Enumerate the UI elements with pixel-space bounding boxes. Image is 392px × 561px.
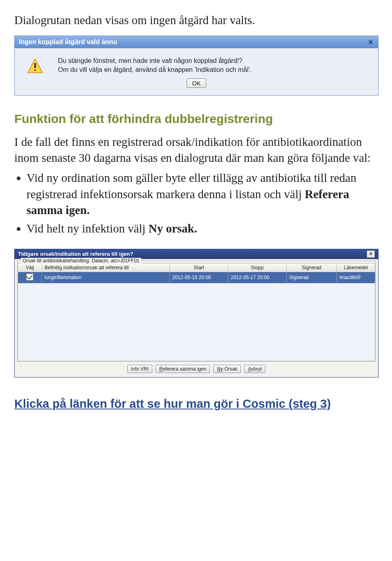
col-stopp[interactable]: Stopp xyxy=(228,263,287,272)
li2-strong: Ny orsak. xyxy=(149,222,197,235)
section-heading: Funktion för att förhindra dubbelregistr… xyxy=(14,112,378,126)
li2-text: Vid helt ny infektion välj xyxy=(27,222,149,235)
table-empty-area xyxy=(18,283,375,361)
option-list: Vid ny ordination som gäller byte eller … xyxy=(14,170,378,237)
col-sign[interactable]: Signerad xyxy=(287,263,337,272)
list-item: Vid ny ordination som gäller byte eller … xyxy=(27,170,378,218)
dialog-prev-indication: Tidigare orsak/indikation att referera t… xyxy=(14,249,379,362)
row-checkbox-cell[interactable] xyxy=(18,272,42,283)
table-row[interactable]: lunginflammation 2012-05-15 20:00 2012-0… xyxy=(18,272,375,283)
svg-rect-2 xyxy=(34,69,36,71)
close-icon[interactable]: ✕ xyxy=(367,250,375,258)
warning-icon xyxy=(27,58,43,74)
intro-text: Dialogrutan nedan visas om ingen åtgärd … xyxy=(14,12,378,28)
fieldset-orsak: Orsak till antibiotikabehandling: Dalaci… xyxy=(17,261,376,362)
close-icon[interactable]: ✕ xyxy=(367,38,374,46)
col-indik[interactable]: Befintlig indikation/orsak att referera … xyxy=(42,263,170,272)
dialog2-footer: Info VRI Referera samma igen Ny Orsak Av… xyxy=(14,362,379,378)
indication-table: Välj Befintlig indikation/orsak att refe… xyxy=(18,263,375,283)
checkbox-checked-icon[interactable] xyxy=(26,273,33,281)
col-valj[interactable]: Välj xyxy=(18,263,42,272)
row-start: 2012-05-15 20:00 xyxy=(170,272,228,283)
svg-rect-1 xyxy=(34,63,36,68)
dialog1-line2: Om du vill välja en åtgärd, använd då kn… xyxy=(58,65,252,74)
avbryt-button[interactable]: Avbryt xyxy=(244,365,265,373)
dialog-no-action: Ingen kopplad åtgärd vald ännu ✕ Du stän… xyxy=(14,36,379,96)
ok-button[interactable]: OK xyxy=(187,78,206,88)
list-item: Vid helt ny infektion välj Ny orsak. xyxy=(27,221,378,237)
info-vri-button[interactable]: Info VRI xyxy=(127,365,152,373)
dialog1-titlebar: Ingen kopplad åtgärd vald ännu ✕ xyxy=(15,36,378,48)
row-lak: Imacillin® xyxy=(337,272,375,283)
fieldset-legend: Orsak till antibiotikabehandling: Dalaci… xyxy=(21,258,141,264)
dialog2-title-text: Tidigare orsak/indikation att referera t… xyxy=(18,251,133,257)
dialog1-line1: Du stängde fönstret, men hade inte valt … xyxy=(58,56,252,65)
referera-button[interactable]: Referera samma igen xyxy=(156,365,210,373)
col-lak[interactable]: Läkemedel xyxy=(337,263,375,272)
row-stopp: 2012-05-17 20:00 xyxy=(228,272,287,283)
dialog1-message: Du stängde fönstret, men hade inte valt … xyxy=(58,56,252,74)
col-start[interactable]: Start xyxy=(170,263,228,272)
cosmic-link[interactable]: Klicka på länken för att se hur man gör … xyxy=(14,397,378,411)
section-paragraph: I de fall det finns en registrerad orsak… xyxy=(14,134,378,166)
ny-orsak-button[interactable]: Ny Orsak xyxy=(213,365,241,373)
row-sign: Signerad xyxy=(287,272,337,283)
dialog1-title-text: Ingen kopplad åtgärd vald ännu xyxy=(19,38,117,46)
row-indik: lunginflammation xyxy=(42,272,170,283)
